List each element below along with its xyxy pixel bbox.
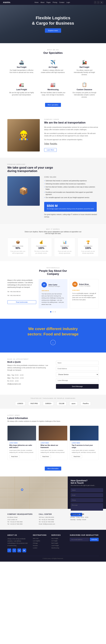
land-freight-icon: 🚛 [9, 82, 34, 87]
contact-name-input[interactable] [71, 488, 103, 492]
hero-title: Flexible Logistics& Cargo for Business [32, 15, 74, 26]
testimonials-label: TESTIMONIALS [7, 267, 99, 268]
stat-card-deliver: 📦 Deliver Your Order 90% If you are your… [7, 238, 28, 256]
quote-message-input[interactable] [56, 378, 99, 382]
footer-col-destinations: DESTINATIONS New York Los Angeles Chicag… [33, 534, 47, 552]
news-grid: LATEST NEWS Why large deliveries are saf… [7, 426, 99, 460]
news-more-button[interactable]: More Information [45, 466, 61, 470]
contact-email-input[interactable] [71, 493, 103, 497]
about-learn-more-button[interactable]: Learn More [44, 148, 57, 152]
news-image-2 [39, 426, 67, 440]
cargo-label: PREMIUM SERVICES [7, 164, 99, 165]
testimonials-dots [7, 311, 99, 313]
newsletter-input[interactable] [70, 538, 89, 541]
contact-message-input[interactable] [71, 503, 103, 511]
about-desc1: We provide comprehensive transportation … [44, 126, 99, 131]
quote-desc: Always in the strong worldwide comprehen… [7, 364, 50, 371]
cargo-inner: 📦 CORE VALUES Solid team that invests in… [7, 176, 99, 218]
footer-dest-3[interactable]: Chicago [33, 542, 47, 544]
quote-submit-button[interactable]: Send Message [56, 384, 99, 389]
dot-2[interactable] [52, 311, 54, 312]
footer-dest-1[interactable]: New York [33, 538, 47, 539]
footer-service-3[interactable]: Rail Freight [52, 542, 65, 544]
footer-social-linkedin[interactable]: in [17, 548, 21, 552]
map-pin-dot [22, 489, 22, 490]
navbar-links: Home About Pages Pricing Contact Login [34, 2, 70, 3]
quote-title: Book a Quote [7, 361, 50, 363]
footer-social-youtube[interactable]: ▶ [22, 548, 26, 552]
logo-cargoplus: CARGO+ [43, 402, 54, 406]
footer-social-twitter[interactable]: t [12, 548, 16, 552]
main-testimonial-stars: ★★★★★ [42, 290, 64, 292]
logo-fleetpro: FleetPro [80, 402, 91, 406]
logo-azure: azure [69, 402, 78, 406]
testimonials-read-more-button[interactable]: Read testimonials [7, 300, 36, 304]
contact-row-3: Fri: 09:00 - 18:00 [7, 380, 50, 382]
nav-contact[interactable]: Contact [59, 2, 64, 3]
news-card-desc-3: Lorem ipsum dolor sit amet, consetetur s… [72, 450, 97, 454]
logos-row: LOGICO FAST-PRO CARGO+ CULUM azure Fleet… [7, 402, 99, 406]
news-read-more-2[interactable]: Read More [40, 455, 51, 458]
news-tag-3: LATEST NEWS [72, 442, 97, 444]
quote-email-input[interactable] [56, 366, 99, 371]
news-read-more-3[interactable]: Read More [72, 455, 82, 458]
core-value-5: Our versatile approach can cover all you… [44, 196, 99, 199]
footer-service-2[interactable]: Air Freight [52, 540, 65, 542]
cargo-content: CORE VALUES Solid team that invests in c… [44, 176, 99, 218]
nav-pricing[interactable]: Pricing [53, 2, 57, 3]
contact-phone-input[interactable] [71, 498, 103, 502]
news-card-desc-1: Lorem ipsum dolor sit amet, consetetur s… [9, 450, 34, 454]
footer-services-title: SERVICES [52, 534, 65, 536]
quote-section: MAKE AN APPOINTMENT Book a Quote Always … [0, 352, 106, 395]
footer-dest-2[interactable]: Los Angeles [33, 540, 47, 542]
industry-scroll-button[interactable]: ⌄ [50, 340, 56, 345]
footer-service-1[interactable]: Sea Freight [52, 538, 65, 539]
news-read-more-1[interactable]: Read More [9, 455, 20, 458]
quote-right: Choose Service Sea Freight Air Freight R… [56, 361, 99, 389]
hero-cta-button[interactable]: Explore more [45, 28, 61, 33]
dot-3[interactable] [54, 311, 56, 312]
footer-about-text: Always in the strong worldwide solutions… [7, 538, 28, 547]
land-freight-desc: We are the high quality and are highly g… [9, 92, 34, 96]
newsletter-subscribe-button[interactable]: Subscribe [90, 538, 99, 541]
nav-home[interactable]: Home [34, 2, 38, 3]
news-card-title-2: What we like about our framework [40, 444, 66, 449]
footer-service-4[interactable]: Land Freight [52, 545, 65, 546]
news-tag-2: LATEST NEWS [40, 442, 66, 444]
industry-title-end: sectors: [28, 332, 42, 336]
specialties-label: WHAT WE DO [7, 49, 99, 50]
news-card-3: LATEST NEWS Top 5 services to trust your… [70, 426, 99, 460]
news-card-title-1: Why large deliveries are safer with trai… [9, 444, 34, 449]
why-us-desc: Dolce sum duplica. Name dolor ipsum adap… [24, 231, 82, 234]
quote-name-input[interactable] [56, 361, 99, 365]
map-area [0, 476, 68, 509]
nav-pages[interactable]: Pages [46, 2, 50, 3]
social-facebook-icon[interactable]: f [94, 1, 96, 4]
core-value-3: Don't be what isn't broken, unless it pr… [44, 186, 99, 190]
compensation-icon: 🏆 [80, 240, 96, 244]
social-linkedin-icon[interactable]: in [100, 1, 103, 4]
consultation-label: Free Consultation [33, 245, 49, 247]
map-contact-section: Have Questions?Get in Touch! Fill in the… [0, 476, 106, 509]
warehousing-title: Warehousing [40, 88, 65, 91]
dot-1[interactable] [50, 311, 52, 312]
footer-copyright: © 2024 Anxra. All Rights Reserved. [43, 558, 64, 559]
footer-dest-5[interactable]: London [33, 547, 47, 549]
specialties-title: Our Specialties [7, 52, 99, 54]
map-svg [0, 476, 68, 509]
social-twitter-icon[interactable]: t [97, 1, 99, 4]
logo-fastpro: FAST-PRO [28, 402, 40, 406]
testimonials-contact2: Tel: +301 0414 845 40 [7, 295, 36, 296]
industry-title-start: We cover different industry [28, 326, 78, 331]
hq-lines-3: Monday - Friday: 09:00 - 18:00Saturday -… [70, 516, 99, 521]
cargo-title: We take good care of your cargoduring tr… [7, 166, 99, 173]
map-background [0, 476, 68, 509]
side-testimonial-stars: ★★★★★ [72, 289, 96, 291]
quote-service-select[interactable]: Choose Service Sea Freight Air Freight R… [56, 372, 99, 377]
footer-dest-4[interactable]: Houston [33, 545, 47, 546]
footer-service-5[interactable]: Warehousing [52, 547, 65, 549]
nav-login[interactable]: Login [66, 2, 70, 3]
footer-social-facebook[interactable]: f [7, 548, 11, 552]
nav-about[interactable]: About [40, 2, 44, 3]
more-specialties-button[interactable]: More specialties [45, 103, 61, 107]
